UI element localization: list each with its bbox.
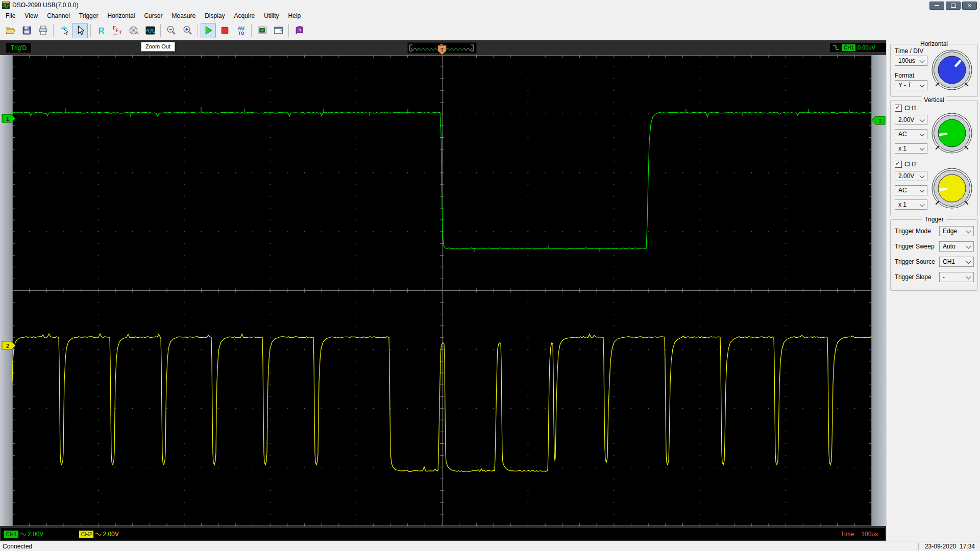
chevron-down-icon (920, 188, 925, 193)
toolbar: RFFTAUTO? (0, 21, 980, 40)
autoset-icon: AUTO (236, 25, 247, 36)
full-screen-icon (257, 25, 267, 36)
trigger-slope-select[interactable]: - (939, 272, 974, 282)
help-button[interactable]: ? (291, 23, 307, 38)
trigger-level-value: 0.00uV (857, 44, 875, 51)
trigger-readout: CH1 0.00uV (830, 43, 886, 52)
ch2-position-knob[interactable] (927, 164, 976, 213)
minimize-button[interactable] (929, 2, 944, 10)
maximize-icon (951, 4, 956, 8)
ch1-label: CH1 (904, 105, 917, 112)
svg-text:1: 1 (6, 116, 9, 122)
ch2-volts-div: 2.00V (103, 531, 118, 538)
waveform-window-button[interactable] (142, 23, 158, 38)
menu-trigger[interactable]: Trigger (75, 11, 103, 20)
chevron-down-icon (920, 202, 925, 207)
ch1-probe-select[interactable]: x 1 (895, 143, 927, 154)
chevron-down-icon (920, 173, 925, 179)
horizontal-position-knob[interactable] (927, 45, 976, 94)
open-file-icon (5, 25, 16, 36)
horizontal-group: Horizontal Time / DIV 100us Format Y - T (890, 44, 978, 97)
ch1-position-marker[interactable]: 1 (2, 114, 15, 122)
trigger-sweep-select[interactable]: Auto (939, 241, 974, 252)
print-button[interactable] (35, 23, 51, 38)
time-value: 100us (861, 531, 878, 538)
time-div-select[interactable]: 100us (895, 56, 927, 66)
menu-horizontal[interactable]: Horizontal (103, 11, 139, 20)
ch1-coupling-select[interactable]: AC (895, 129, 927, 139)
statusbar-divider (918, 543, 919, 550)
time-div-label: Time / DIV (895, 47, 923, 55)
save-button[interactable] (19, 23, 34, 38)
scope-display[interactable]: T 1 2 T (12, 55, 872, 526)
ch2-coupling-icon (95, 532, 102, 537)
record-sequence-button[interactable] (126, 23, 141, 38)
chevron-down-icon (920, 146, 925, 151)
chevron-down-icon (966, 274, 971, 280)
maximize-button[interactable] (946, 2, 961, 10)
svg-text:R: R (98, 26, 104, 36)
ch1-position-knob[interactable] (927, 109, 976, 158)
scope-panel: Trig'D T CH1 0.00uV T 1 2 T CH1 2.00V CH… (0, 40, 886, 541)
menu-utility[interactable]: Utility (259, 11, 283, 20)
print-icon (38, 25, 48, 36)
ch2-enable-row: CH2 (895, 161, 917, 168)
menu-view[interactable]: View (20, 11, 42, 20)
autoset-button[interactable]: AUTO (233, 23, 249, 38)
toggle-panel-button[interactable] (271, 23, 286, 38)
chevron-down-icon (920, 132, 925, 137)
trigger-mode-select[interactable]: Edge (939, 226, 974, 236)
ch1-volts-div: 2.00V (28, 531, 43, 538)
refresh-icon: R (96, 25, 107, 36)
format-select[interactable]: Y - T (895, 80, 927, 90)
control-panel: Horizontal Time / DIV 100us Format Y - T… (887, 40, 980, 541)
zoom-in-button[interactable] (180, 23, 195, 38)
start-button[interactable] (201, 23, 216, 38)
toolbar-separator (198, 24, 198, 37)
chevron-down-icon (966, 259, 971, 264)
ch1-enable-row: CH1 (895, 105, 917, 112)
refresh-button[interactable]: R (93, 23, 109, 38)
ch2-probe-select[interactable]: x 1 (895, 199, 927, 210)
svg-text:2: 2 (6, 343, 9, 349)
open-file-button[interactable] (3, 23, 18, 38)
connection-status: Connected (3, 543, 32, 550)
title-bar: DSO-2090 USB(7.0.0.0) ✕ (0, 0, 980, 11)
menu-acquire[interactable]: Acquire (230, 11, 260, 20)
toolbar-separator (160, 24, 161, 37)
close-button[interactable]: ✕ (962, 2, 977, 10)
select-arrow-button[interactable] (72, 23, 88, 38)
zoom-out-button[interactable] (163, 23, 179, 38)
trigger-mode-label: Trigger Mode (895, 228, 931, 235)
chevron-down-icon (920, 83, 925, 88)
time-label: Time (841, 531, 854, 538)
format-label: Format (895, 72, 914, 79)
menu-channel[interactable]: Channel (42, 11, 75, 20)
menu-measure[interactable]: Measure (167, 11, 200, 20)
menu-display[interactable]: Display (200, 11, 229, 20)
right-marker-gutter (872, 55, 886, 526)
stop-button[interactable] (217, 23, 232, 38)
full-screen-button[interactable] (254, 23, 270, 38)
trigger-source-select[interactable]: CH1 (939, 257, 974, 267)
svg-text:TO: TO (238, 31, 244, 36)
menu-bar: FileViewChannelTriggerHorizontalCursorMe… (0, 10, 980, 21)
menu-cursor[interactable]: Cursor (139, 11, 167, 20)
ch1-checkbox[interactable] (895, 105, 902, 112)
datetime: 23-09-2020 17:34 (925, 543, 975, 550)
svg-text:T: T (878, 118, 882, 124)
ch2-label: CH2 (904, 161, 917, 168)
ch2-coupling-select[interactable]: AC (895, 185, 927, 195)
menu-file[interactable]: File (1, 11, 20, 20)
toolbar-separator (90, 24, 91, 37)
chevron-down-icon (920, 117, 925, 122)
ch2-volts-select[interactable]: 2.00V (895, 171, 927, 181)
app-status-bar: Connected 23-09-2020 17:34 (0, 541, 980, 551)
chevron-down-icon (966, 229, 971, 234)
menu-help[interactable]: Help (284, 11, 306, 20)
ch1-volts-select[interactable]: 2.00V (895, 115, 927, 125)
ch2-checkbox[interactable] (895, 161, 902, 168)
fft-button[interactable]: FFT (110, 23, 125, 38)
cursor-measure-button[interactable] (56, 23, 71, 38)
ch2-position-marker[interactable]: 2 (2, 341, 15, 349)
